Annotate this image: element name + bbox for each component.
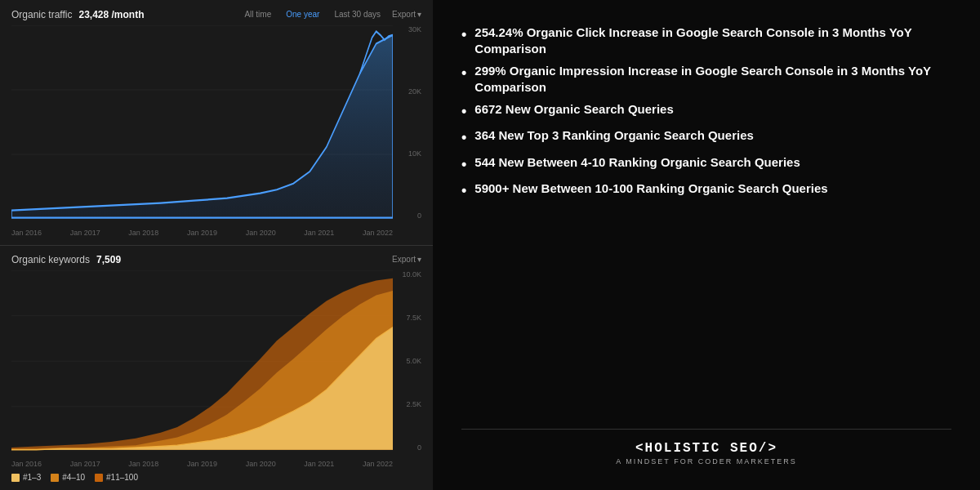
legend-1-3-box xyxy=(11,474,20,482)
stats-bullet-list: • 254.24% Organic Click Increase in Goog… xyxy=(461,24,951,201)
traffic-y-labels: 30K 20K 10K 0 xyxy=(397,25,421,220)
brand-name: <HOLISTIC SEO/> xyxy=(461,441,951,456)
bullet-text-3: 6672 New Organic Search Queries xyxy=(474,101,673,118)
keywords-controls: Export ▾ xyxy=(392,255,421,264)
legend-4-10: #4–10 xyxy=(51,473,85,482)
organic-traffic-chart: Organic traffic 23,428 /month All time O… xyxy=(0,0,433,246)
bullet-text-6: 5900+ New Between 10-100 Ranking Organic… xyxy=(474,180,827,197)
bullet-dot-6: • xyxy=(461,181,466,200)
bullet-text-1: 254.24% Organic Click Increase in Google… xyxy=(474,24,951,56)
traffic-x-labels: Jan 2016 Jan 2017 Jan 2018 Jan 2019 Jan … xyxy=(11,229,393,237)
keywords-chart-area: 10.0K 7.5K 5.0K 2.5K 0 xyxy=(11,270,421,469)
traffic-controls: All time One year Last 30 days Export ▾ xyxy=(241,8,421,20)
brand-footer: <HOLISTIC SEO/> A MINDSET FOR CODER MARK… xyxy=(461,429,951,466)
bullet-item-1: • 254.24% Organic Click Increase in Goog… xyxy=(461,24,951,56)
legend-1-3: #1–3 xyxy=(11,473,41,482)
organic-traffic-label: Organic traffic xyxy=(11,9,72,20)
keywords-x-labels: Jan 2016 Jan 2017 Jan 2018 Jan 2019 Jan … xyxy=(11,460,393,468)
bullet-item-6: • 5900+ New Between 10-100 Ranking Organ… xyxy=(461,180,951,200)
legend-4-10-label: #4–10 xyxy=(62,473,85,482)
left-panel: Organic traffic 23,428 /month All time O… xyxy=(0,0,433,490)
bullet-item-4: • 364 New Top 3 Ranking Organic Search Q… xyxy=(461,127,951,147)
one-year-btn[interactable]: One year xyxy=(283,8,323,20)
legend-11-100-box xyxy=(95,474,103,482)
brand-tagline: A MINDSET FOR CODER MARKETERS xyxy=(461,457,951,466)
bullet-dot-2: • xyxy=(461,64,466,82)
bullet-item-5: • 544 New Between 4-10 Ranking Organic S… xyxy=(461,154,951,174)
bullet-dot-1: • xyxy=(461,25,466,44)
traffic-chart-area: 30K 20K 10K 0 xyxy=(11,25,421,237)
keywords-svg-area xyxy=(11,270,393,452)
organic-keywords-value: 7,509 xyxy=(96,254,121,265)
last-30-days-btn[interactable]: Last 30 days xyxy=(331,8,384,20)
legend-11-100-label: #11–100 xyxy=(106,473,138,482)
organic-keywords-chart: Organic keywords 7,509 Export ▾ 10.0K 7.… xyxy=(0,246,433,491)
organic-traffic-value: 23,428 /month xyxy=(78,9,144,20)
all-time-btn[interactable]: All time xyxy=(241,8,274,20)
keywords-y-labels: 10.0K 7.5K 5.0K 2.5K 0 xyxy=(397,270,421,452)
legend-4-10-box xyxy=(51,474,59,482)
bullet-item-2: • 299% Organic Impression Increase in Go… xyxy=(461,63,951,95)
bullet-text-4: 364 New Top 3 Ranking Organic Search Que… xyxy=(474,127,754,144)
chart-header-traffic: Organic traffic 23,428 /month All time O… xyxy=(11,8,421,20)
bullet-text-2: 299% Organic Impression Increase in Goog… xyxy=(474,63,951,95)
bullet-dot-3: • xyxy=(461,102,466,121)
legend-11-100: #11–100 xyxy=(95,473,138,482)
chart-title-area: Organic traffic 23,428 /month xyxy=(11,9,145,20)
keywords-title-area: Organic keywords 7,509 xyxy=(11,254,121,265)
bullet-item-3: • 6672 New Organic Search Queries xyxy=(461,101,951,121)
keywords-legend: #1–3 #4–10 #11–100 xyxy=(11,471,421,482)
traffic-export-btn[interactable]: Export ▾ xyxy=(392,10,421,19)
legend-1-3-label: #1–3 xyxy=(23,473,41,482)
keywords-export-btn[interactable]: Export ▾ xyxy=(392,255,421,264)
traffic-svg-area xyxy=(11,25,393,220)
organic-keywords-label: Organic keywords xyxy=(11,254,90,265)
bullet-dot-4: • xyxy=(461,128,466,147)
bullet-dot-5: • xyxy=(461,155,466,174)
bullet-text-5: 544 New Between 4-10 Ranking Organic Sea… xyxy=(474,154,800,171)
right-panel: • 254.24% Organic Click Increase in Goog… xyxy=(433,0,980,490)
chart-header-keywords: Organic keywords 7,509 Export ▾ xyxy=(11,254,421,265)
